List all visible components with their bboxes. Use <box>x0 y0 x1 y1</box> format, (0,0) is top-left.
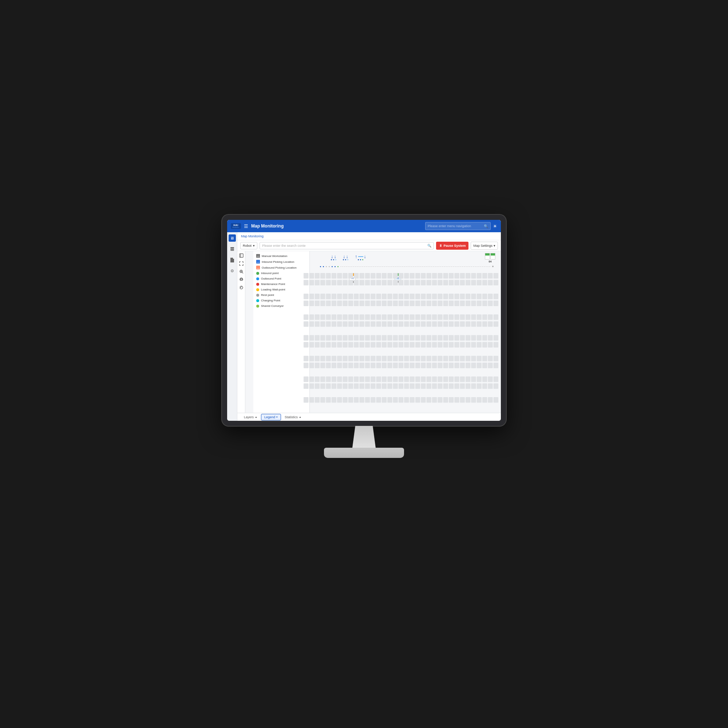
svg-rect-198 <box>326 321 330 327</box>
svg-rect-253 <box>437 335 442 341</box>
svg-rect-75 <box>421 280 425 285</box>
map-canvas[interactable]: Manual Workstation <box>245 251 501 413</box>
svg-rect-204 <box>359 321 364 327</box>
map-tool-expand[interactable] <box>239 261 244 266</box>
map-settings-button[interactable]: Map Settings ▾ <box>471 242 498 250</box>
svg-rect-268 <box>326 342 330 348</box>
svg-rect-323 <box>437 356 442 361</box>
tab-statistics[interactable]: Statistics ▲ <box>282 414 304 421</box>
legend-label-maintenance-point: Maintenance Point <box>261 283 285 286</box>
svg-rect-56 <box>315 280 320 285</box>
svg-rect-164 <box>332 315 336 320</box>
svg-rect-227 <box>488 321 492 327</box>
monitor-stand-base <box>324 448 404 458</box>
svg-rect-252 <box>432 335 437 341</box>
svg-rect-443 <box>326 397 330 402</box>
svg-rect-359 <box>444 362 448 368</box>
sidebar-icon-document[interactable] <box>229 256 236 263</box>
map-tool-fullscreen[interactable] <box>239 252 244 258</box>
svg-rect-3 <box>240 254 243 257</box>
svg-rect-260 <box>477 335 482 341</box>
svg-rect-105 <box>393 294 398 299</box>
svg-rect-402 <box>488 376 492 382</box>
svg-rect-373 <box>326 376 330 382</box>
svg-rect-308 <box>354 356 359 361</box>
nav-search-box[interactable]: 🔍 <box>425 222 491 230</box>
svg-rect-417 <box>376 383 381 389</box>
svg-rect-66 <box>370 280 375 285</box>
svg-rect-39 <box>415 273 420 278</box>
svg-rect-334 <box>304 362 308 368</box>
svg-rect-149 <box>444 301 448 306</box>
svg-rect-422 <box>404 383 409 389</box>
svg-rect-277 <box>376 342 381 348</box>
svg-rect-394 <box>444 376 448 382</box>
dot-7 <box>358 259 359 260</box>
svg-rect-114 <box>444 294 448 299</box>
legend-dot-rest <box>256 294 259 297</box>
svg-rect-206 <box>370 321 375 327</box>
map-view[interactable]: ↓ ↓ <box>302 251 501 413</box>
search-bar[interactable]: 🔍 <box>260 242 434 249</box>
map-tool-reset[interactable] <box>239 284 244 291</box>
svg-rect-174 <box>387 315 392 320</box>
svg-rect-319 <box>415 356 420 361</box>
pause-system-button[interactable]: ⏸ Pause System <box>436 242 468 250</box>
hamburger-icon[interactable]: ☰ <box>244 223 248 229</box>
map-tool-location[interactable] <box>239 277 244 283</box>
sidebar-icon-settings[interactable]: ⚙ <box>229 267 236 274</box>
svg-rect-218 <box>437 321 442 327</box>
tab-layers-label: Layers <box>244 415 254 419</box>
svg-rect-368 <box>494 362 498 368</box>
map-tool-zoom-in[interactable] <box>239 269 244 274</box>
svg-rect-121 <box>482 294 487 299</box>
svg-rect-412 <box>348 383 353 389</box>
sidebar-icon-monitor[interactable]: 🖥 <box>229 234 236 242</box>
nav-search-input[interactable] <box>428 224 484 228</box>
svg-rect-125 <box>309 301 314 306</box>
theme-toggle-icon[interactable]: ☀ <box>493 223 497 229</box>
svg-rect-148 <box>437 301 442 306</box>
svg-rect-264 <box>304 342 308 348</box>
svg-rect-439 <box>304 397 308 402</box>
svg-rect-462 <box>432 397 437 402</box>
svg-rect-22 <box>320 273 325 278</box>
svg-rect-2 <box>230 250 234 251</box>
svg-rect-50 <box>477 273 482 278</box>
svg-rect-184 <box>444 315 448 320</box>
svg-rect-363 <box>466 362 470 368</box>
svg-rect-467 <box>460 397 465 402</box>
svg-rect-96 <box>343 294 347 299</box>
svg-rect-88 <box>494 280 498 285</box>
robot-filter-select[interactable]: Robot ▾ <box>240 242 257 249</box>
svg-rect-229 <box>304 335 308 341</box>
svg-rect-388 <box>410 376 414 382</box>
main-layout: 🖥 ⚙ <box>227 232 501 421</box>
svg-rect-276 <box>370 342 375 348</box>
legend-dot-charging <box>256 299 259 302</box>
conveyor-c: ↑ ↓ <box>355 254 366 260</box>
tab-layers[interactable]: Layers ▲ <box>241 414 260 421</box>
svg-rect-142 <box>404 301 409 306</box>
svg-rect-333 <box>494 356 498 361</box>
svg-rect-469 <box>471 397 476 402</box>
svg-rect-41 <box>427 273 431 278</box>
robot-04-with-storage[interactable]: 04 <box>485 253 496 263</box>
svg-rect-255 <box>449 335 454 341</box>
svg-rect-201 <box>343 321 347 327</box>
svg-rect-163 <box>326 315 330 320</box>
search-input[interactable] <box>262 244 426 248</box>
tab-legend[interactable]: Legend ▾ <box>261 414 281 421</box>
svg-rect-437 <box>488 383 492 389</box>
robot-select-arrow: ▾ <box>253 244 255 248</box>
svg-rect-236 <box>343 335 347 341</box>
svg-rect-357 <box>432 362 437 368</box>
svg-rect-134 <box>359 301 364 306</box>
svg-rect-101 <box>370 294 375 299</box>
sidebar-icon-database[interactable] <box>229 245 236 252</box>
svg-rect-446 <box>343 397 347 402</box>
svg-rect-258 <box>466 335 470 341</box>
svg-rect-182 <box>432 315 437 320</box>
svg-rect-270 <box>337 342 342 348</box>
legend-dot-shared-conveyor <box>256 305 259 307</box>
